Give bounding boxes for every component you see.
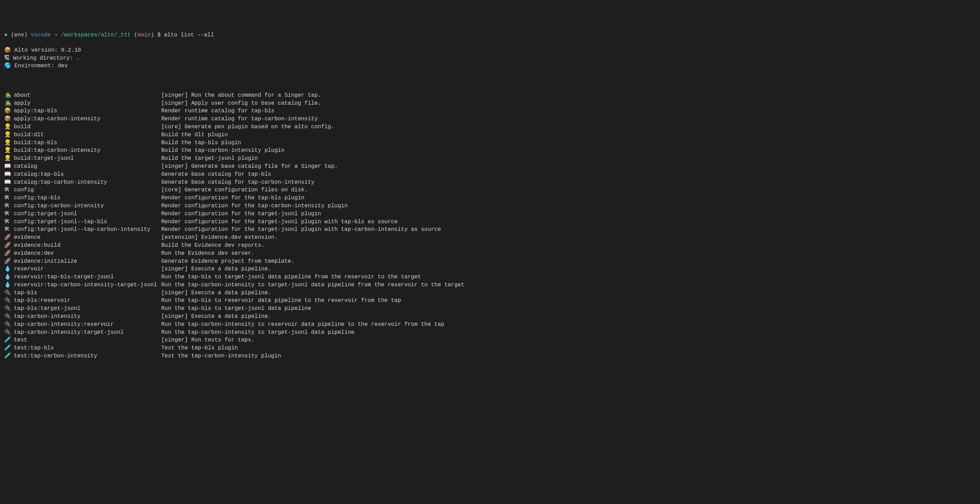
row-name: catalog:tap-carbon-intensity: [14, 179, 161, 186]
row-desc: [singer] Generate base catalog file for …: [161, 163, 976, 170]
row-name: tap-bls: [14, 289, 161, 297]
command-rows: 👨‍🎤about[singer] Run the about command f…: [4, 92, 976, 360]
row-desc: [singer] Execute a data pipeline.: [161, 289, 976, 297]
row-desc: Render configuration for the target-json…: [161, 210, 976, 218]
row-emoji: 💧: [4, 273, 14, 281]
row-name: evidence: [14, 234, 161, 241]
command-row: 🚀evidence[extension] Evidence.dev extens…: [4, 234, 976, 241]
row-name: test: [14, 337, 161, 344]
row-name: evidence:dev: [14, 250, 161, 257]
row-name: test:tap-carbon-intensity: [14, 353, 161, 360]
command-row: 🔌tap-carbon-intensity[singer] Execute a …: [4, 313, 976, 320]
row-name: reservoir: [14, 266, 161, 273]
row-desc: Run the tap-carbon-intensity to target-j…: [161, 329, 976, 336]
row-emoji: 🛠: [4, 210, 14, 218]
row-desc: Run the tap-bls to reservoir data pipeli…: [161, 297, 976, 304]
row-name: reservoir:tap-bls-target-jsonl: [14, 273, 161, 281]
command-row: 🚀evidence:devRun the Evidence dev server…: [4, 250, 976, 257]
row-desc: Render configuration for the tap-bls plu…: [161, 194, 976, 202]
row-desc: Render runtime catalog for tap-bls: [161, 107, 976, 115]
row-emoji: 🚀: [4, 234, 14, 241]
row-emoji: 🧪: [4, 337, 14, 344]
row-emoji: 📦: [4, 115, 14, 123]
row-emoji: 🔌: [4, 289, 14, 297]
row-emoji: 🔌: [4, 321, 14, 328]
row-desc: [core] Generate pex plugin based on the …: [161, 123, 976, 131]
prompt-arrow: →: [54, 32, 57, 38]
row-desc: Generate base catalog for tap-bls: [161, 171, 976, 178]
prompt-env: (env): [11, 32, 27, 38]
row-desc: Run the tap-carbon-intensity to reservoi…: [161, 321, 976, 328]
row-name: tap-bls:target-jsonl: [14, 305, 161, 312]
header-text: Alto version: 0.2.10: [11, 47, 81, 53]
row-emoji: 🛠: [4, 186, 14, 194]
command-row: 🛠config:target-jsonl--tap-blsRender conf…: [4, 218, 976, 226]
command-row: 🛠config:tap-blsRender configuration for …: [4, 194, 976, 202]
row-emoji: 👷: [4, 131, 14, 139]
command-row: 🔌tap-bls[singer] Execute a data pipeline…: [4, 289, 976, 297]
row-desc: [core] Generate configuration files on d…: [161, 186, 976, 194]
branch-open: (: [134, 32, 138, 38]
row-emoji: 🚀: [4, 242, 14, 249]
row-name: tap-carbon-intensity: [14, 313, 161, 320]
row-name: catalog: [14, 163, 161, 170]
row-emoji: 💧: [4, 281, 14, 289]
command-row: 👷build:tap-blsBuild the tap-bls plugin: [4, 139, 976, 146]
row-emoji: 👨‍🎤: [4, 100, 14, 107]
row-emoji: 👷: [4, 123, 14, 131]
row-desc: Render runtime catalog for tap-carbon-in…: [161, 115, 976, 123]
row-emoji: 🔌: [4, 305, 14, 312]
command-row: 🛠config:tap-carbon-intensityRender confi…: [4, 202, 976, 210]
row-desc: Run the Evidence dev server.: [161, 250, 976, 257]
header-emoji: 🌎: [4, 63, 11, 69]
row-desc: Build the Evidence dev reports.: [161, 242, 976, 249]
command-row: 👷build:dltBuild the dlt plugin: [4, 131, 976, 139]
command-row: 👷build:tap-carbon-intensityBuild the tap…: [4, 147, 976, 154]
command-row: 🔌tap-carbon-intensity:target-jsonlRun th…: [4, 329, 976, 336]
row-emoji: 🧪: [4, 353, 14, 360]
command-row: 🧪test[singer] Run tests for taps.: [4, 337, 976, 344]
command-row: 📖catalog:tap-blsGenerate base catalog fo…: [4, 171, 976, 178]
command-row: 🛠config:target-jsonlRender configuration…: [4, 210, 976, 218]
row-desc: Render configuration for the target-json…: [161, 218, 976, 226]
row-emoji: 🛠: [4, 218, 14, 226]
branch-close: ): [151, 32, 154, 38]
header-lines: 📦 Alto version: 0.2.10🏗 Working director…: [4, 47, 976, 70]
command-row: 🧪test:tap-carbon-intensityTest the tap-c…: [4, 353, 976, 360]
row-desc: Build the target-jsonl plugin: [161, 155, 976, 162]
row-desc: Build the tap-carbon-intensity plugin: [161, 147, 976, 154]
command-row: 📖catalog:tap-carbon-intensityGenerate ba…: [4, 179, 976, 186]
row-desc: Test the tap-bls plugin: [161, 345, 976, 352]
command-row: 📦apply:tap-carbon-intensityRender runtim…: [4, 115, 976, 123]
row-name: build:tap-carbon-intensity: [14, 147, 161, 154]
row-desc: [singer] Execute a data pipeline.: [161, 313, 976, 320]
prompt-host: vscode: [31, 32, 51, 38]
command-row: 🛠config:target-jsonl--tap-carbon-intensi…: [4, 226, 976, 233]
row-desc: Generate base catalog for tap-carbon-int…: [161, 179, 976, 186]
row-emoji: 👨‍🎤: [4, 92, 14, 99]
row-emoji: 🚀: [4, 250, 14, 257]
row-emoji: 👷: [4, 147, 14, 154]
command-row: 🛠config[core] Generate configuration fil…: [4, 186, 976, 194]
row-name: config:target-jsonl--tap-carbon-intensit…: [14, 226, 161, 233]
row-emoji: 📖: [4, 171, 14, 178]
row-name: apply:tap-carbon-intensity: [14, 115, 161, 123]
header-text: Working directory: .: [10, 55, 80, 61]
header-emoji: 🏗: [4, 55, 10, 61]
row-name: reservoir:tap-carbon-intensity-target-js…: [14, 281, 161, 289]
prompt-dollar: $: [158, 32, 161, 38]
command-row: 🧪test:tap-blsTest the tap-bls plugin: [4, 345, 976, 352]
command-row: 📖catalog[singer] Generate base catalog f…: [4, 163, 976, 170]
header-line: 📦 Alto version: 0.2.10: [4, 47, 976, 54]
row-emoji: 🛠: [4, 202, 14, 210]
row-desc: Build the tap-bls plugin: [161, 139, 976, 146]
command-row: 🚀evidence:buildBuild the Evidence dev re…: [4, 242, 976, 249]
prompt-line[interactable]: ● (env) vscode → /workspaces/alto/_ttt (…: [4, 32, 976, 39]
row-name: apply: [14, 100, 161, 107]
row-desc: Run the tap-carbon-intensity to target-j…: [161, 281, 976, 289]
row-desc: [extension] Evidence.dev extension.: [161, 234, 976, 241]
row-desc: Generate Evidence project from template.: [161, 258, 976, 265]
row-name: evidence:initialize: [14, 258, 161, 265]
row-desc: Run the tap-bls to target-jsonl data pip…: [161, 273, 976, 281]
row-emoji: 👷: [4, 139, 14, 146]
